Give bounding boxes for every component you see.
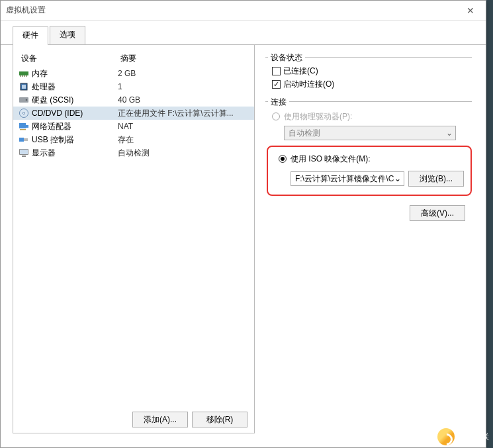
use-physical-label: 使用物理驱动器(P): — [284, 111, 352, 122]
device-name: 显示器 — [32, 148, 118, 159]
tabs: 硬件 选项 — [1, 21, 486, 45]
background-strip — [486, 0, 493, 448]
svg-point-8 — [26, 99, 28, 101]
svg-rect-18 — [22, 156, 26, 157]
connection-group: 连接 使用物理驱动器(P): 自动检测 ⌄ 使用 ISO 映像文件(M): — [265, 101, 472, 196]
svg-rect-1 — [20, 75, 21, 77]
header-device: 设备 — [21, 53, 120, 64]
device-row-network[interactable]: 网络适配器 NAT — [13, 120, 254, 133]
poweron-checkbox-row[interactable]: 启动时连接(O) — [272, 77, 472, 91]
use-physical-radio[interactable] — [272, 112, 280, 120]
add-label: 添加(A)... — [144, 414, 177, 426]
advanced-button[interactable]: 高级(V)... — [410, 205, 465, 221]
use-physical-row[interactable]: 使用物理驱动器(P): — [272, 110, 472, 123]
use-iso-label: 使用 ISO 映像文件(M): — [291, 154, 371, 165]
svg-rect-14 — [19, 138, 24, 142]
window-title: 虚拟机设置 — [6, 5, 461, 16]
chevron-down-icon: ⌄ — [394, 174, 401, 183]
device-row-display[interactable]: 显示器 自动检测 — [13, 146, 254, 159]
add-device-button[interactable]: 添加(A)... — [132, 412, 188, 427]
usb-icon — [19, 134, 29, 145]
iso-file-value: F:\云计算\云计算镜像文件\C — [295, 173, 394, 185]
iso-file-row: F:\云计算\云计算镜像文件\C ⌄ 浏览(B)... — [291, 171, 464, 187]
tab-options-label: 选项 — [60, 30, 75, 39]
display-icon — [19, 148, 29, 158]
brand-text: 创新互联 — [457, 431, 489, 443]
device-name: 硬盘 (SCSI) — [32, 95, 118, 106]
device-name: 处理器 — [32, 81, 118, 93]
device-summary: 正在使用文件 F:\云计算\云计算... — [118, 108, 247, 119]
memory-icon — [19, 68, 29, 79]
device-buttons: 添加(A)... 移除(R) — [132, 412, 247, 427]
connected-checkbox[interactable] — [272, 67, 281, 75]
svg-rect-12 — [26, 125, 28, 128]
tab-hardware[interactable]: 硬件 — [13, 26, 48, 45]
browse-label: 浏览(B)... — [420, 173, 453, 185]
device-row-cpu[interactable]: 处理器 1 — [13, 80, 254, 93]
svg-rect-6 — [22, 85, 26, 89]
svg-rect-11 — [19, 123, 26, 128]
device-list-header: 设备 摘要 — [13, 52, 254, 67]
status-legend: 设备状态 — [268, 52, 305, 64]
chevron-down-icon: ⌄ — [446, 128, 453, 138]
iso-highlight: 使用 ISO 映像文件(M): F:\云计算\云计算镜像文件\C ⌄ 浏览(B)… — [267, 146, 472, 196]
disc-icon — [19, 108, 29, 118]
device-name: 内存 — [32, 68, 118, 79]
device-status-group: 设备状态 已连接(C) 启动时连接(O) — [265, 57, 472, 91]
remove-device-button[interactable]: 移除(R) — [192, 412, 247, 427]
brand-watermark: 创新互联 — [437, 428, 489, 445]
device-name: CD/DVD (IDE) — [32, 109, 118, 118]
cpu-icon — [19, 81, 29, 92]
tab-hardware-label: 硬件 — [22, 30, 38, 40]
physical-drive-value: 自动检测 — [289, 128, 320, 139]
device-list: 内存 2 GB 处理器 1 硬盘 (SCSI) 40 GB CD/DVD (ID… — [13, 67, 254, 159]
connection-legend: 连接 — [268, 97, 289, 108]
svg-rect-3 — [24, 75, 25, 77]
svg-point-10 — [22, 112, 24, 114]
svg-rect-13 — [20, 129, 26, 130]
device-panel: 设备 摘要 内存 2 GB 处理器 1 硬盘 (SCSI) 40 GB — [13, 45, 255, 433]
device-summary: 1 — [118, 82, 247, 91]
device-summary: NAT — [118, 122, 247, 131]
advanced-label: 高级(V)... — [421, 208, 454, 219]
brand-logo-icon — [437, 428, 455, 445]
poweron-checkbox[interactable] — [272, 80, 281, 89]
settings-panel: 设备状态 已连接(C) 启动时连接(O) 连接 使用物理驱动器(P): 自动检测 — [255, 45, 477, 433]
device-summary: 自动检测 — [118, 148, 247, 159]
device-row-memory[interactable]: 内存 2 GB — [13, 67, 254, 80]
device-row-usb[interactable]: USB 控制器 存在 — [13, 133, 254, 146]
device-row-cddvd[interactable]: CD/DVD (IDE) 正在使用文件 F:\云计算\云计算... — [13, 107, 254, 120]
browse-button[interactable]: 浏览(B)... — [408, 171, 464, 187]
svg-rect-0 — [19, 71, 28, 75]
tab-options[interactable]: 选项 — [50, 26, 85, 44]
use-iso-row[interactable]: 使用 ISO 映像文件(M): — [279, 152, 464, 165]
device-summary: 40 GB — [118, 95, 247, 105]
advanced-row: 高级(V)... — [265, 205, 465, 221]
device-name: USB 控制器 — [32, 134, 118, 146]
svg-rect-17 — [20, 150, 28, 154]
hdd-icon — [19, 95, 29, 105]
device-summary: 存在 — [118, 134, 247, 146]
svg-rect-2 — [22, 75, 23, 77]
nic-icon — [19, 121, 29, 132]
svg-rect-4 — [26, 75, 27, 77]
device-name: 网络适配器 — [32, 121, 118, 132]
device-summary: 2 GB — [118, 69, 247, 78]
vm-settings-dialog: 虚拟机设置 ✕ 硬件 选项 设备 摘要 内存 2 GB 处理器 1 — [0, 0, 486, 448]
connected-checkbox-row[interactable]: 已连接(C) — [272, 64, 472, 77]
device-row-hdd[interactable]: 硬盘 (SCSI) 40 GB — [13, 93, 254, 107]
use-iso-radio[interactable] — [279, 155, 287, 163]
close-icon[interactable]: ✕ — [461, 5, 480, 16]
svg-rect-15 — [24, 138, 28, 141]
titlebar: 虚拟机设置 ✕ — [1, 1, 486, 21]
content-area: 设备 摘要 内存 2 GB 处理器 1 硬盘 (SCSI) 40 GB — [1, 45, 486, 445]
connected-label: 已连接(C) — [283, 66, 318, 77]
iso-file-combo[interactable]: F:\云计算\云计算镜像文件\C ⌄ — [291, 171, 404, 186]
remove-label: 移除(R) — [206, 414, 234, 426]
header-summary: 摘要 — [120, 53, 247, 64]
poweron-label: 启动时连接(O) — [283, 79, 334, 90]
physical-drive-combo[interactable]: 自动检测 ⌄ — [284, 126, 456, 140]
